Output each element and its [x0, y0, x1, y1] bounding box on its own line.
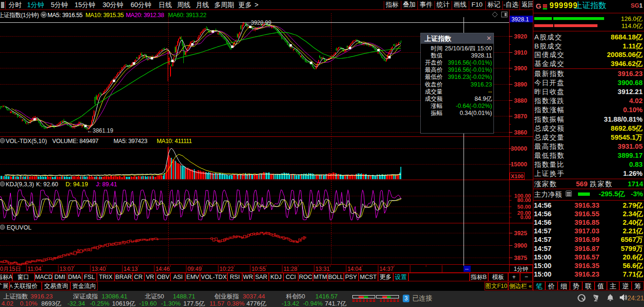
- svg-text:J: 89.41: J: 89.41: [96, 181, 117, 188]
- svg-text:MA5: 397423: MA5: 397423: [114, 138, 147, 144]
- svg-text:11:28: 11:28: [284, 266, 297, 272]
- svg-text:30000: 30000: [511, 145, 527, 152]
- svg-text:MA60: 3913.22: MA60: 3913.22: [168, 12, 207, 19]
- svg-text:10:22: 10:22: [219, 266, 234, 272]
- svg-text:80.00: 80.00: [517, 197, 531, 203]
- svg-text:14:46: 14:46: [155, 266, 170, 272]
- svg-text:3920: 3920: [514, 33, 527, 40]
- svg-text:MA20: 3912.38: MA20: 3912.38: [126, 12, 164, 19]
- svg-text:10:55: 10:55: [251, 266, 265, 272]
- svg-text:VOL-TDX(5,10): VOL-TDX(5,10): [6, 138, 47, 144]
- svg-text:13:31: 13:31: [315, 266, 330, 272]
- svg-text:KDJ(9,3,3): KDJ(9,3,3): [6, 181, 34, 188]
- svg-text:K: 92.60: K: 92.60: [36, 181, 58, 188]
- svg-text:--: --: [465, 266, 469, 271]
- svg-text:X100: X100: [511, 173, 524, 179]
- svg-text:3860: 3860: [514, 129, 527, 136]
- svg-text:MA10: 411111: MA10: 411111: [157, 138, 192, 144]
- svg-text:3870: 3870: [514, 113, 527, 120]
- svg-text:←3861.19: ←3861.19: [87, 127, 114, 134]
- svg-text:3880: 3880: [514, 97, 527, 104]
- svg-text:13:07: 13:07: [59, 266, 74, 272]
- svg-text:MA10: 3915.35: MA10: 3915.35: [85, 12, 124, 19]
- svg-text:13:40: 13:40: [92, 266, 106, 272]
- svg-text:09:49: 09:49: [188, 266, 202, 272]
- svg-text:D: 94.19: D: 94.19: [66, 181, 88, 188]
- svg-text:3875: 3875: [514, 255, 527, 261]
- svg-text:50.00: 50.00: [517, 204, 531, 210]
- svg-text:MA5: 3916.55: MA5: 3916.55: [47, 12, 83, 19]
- svg-text:3910: 3910: [514, 49, 527, 56]
- svg-text:3890: 3890: [514, 81, 527, 88]
- svg-text:EQUVOL: EQUVOL: [7, 224, 31, 231]
- svg-text:3900: 3900: [514, 242, 527, 249]
- svg-text:3900: 3900: [514, 65, 527, 72]
- svg-text:VOLUME: 849497: VOLUME: 849497: [52, 138, 99, 144]
- svg-text:0.00: 0.00: [521, 214, 531, 220]
- svg-text:3925: 3925: [514, 230, 527, 237]
- svg-text:14:13: 14:13: [123, 266, 138, 272]
- svg-text:3928.1: 3928.1: [511, 16, 529, 23]
- svg-text:14:04: 14:04: [347, 266, 361, 272]
- svg-text:上证指数(1分钟): 上证指数(1分钟): [0, 12, 39, 19]
- svg-text:15000: 15000: [511, 161, 527, 168]
- svg-text:14:37: 14:37: [379, 266, 394, 272]
- svg-text:11:04: 11:04: [28, 266, 41, 272]
- svg-text:1分钟: 1分钟: [514, 266, 529, 272]
